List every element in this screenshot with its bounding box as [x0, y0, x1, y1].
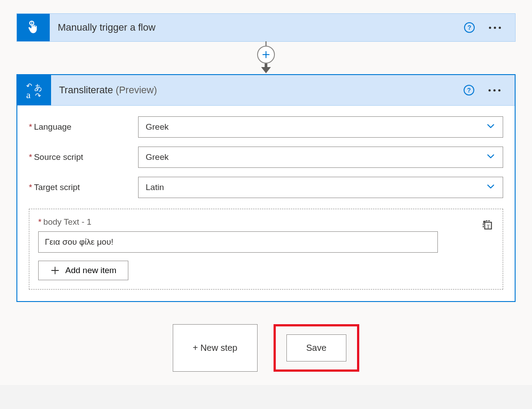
- dropdown-value: Greek: [146, 152, 169, 162]
- more-menu-icon[interactable]: [487, 87, 502, 93]
- action-title: Transliterate (Preview): [51, 84, 464, 96]
- body-text-input[interactable]: [38, 231, 438, 253]
- field-label: *Language: [29, 122, 138, 132]
- language-dropdown[interactable]: Greek: [138, 116, 503, 138]
- plus-icon: [50, 266, 60, 275]
- target-script-dropdown[interactable]: Latin: [138, 177, 503, 198]
- help-icon[interactable]: ?: [464, 22, 475, 33]
- body-text-label: *body Text - 1: [38, 217, 494, 227]
- new-step-button[interactable]: + New step: [173, 324, 258, 372]
- field-row-source-script: *Source script Greek: [29, 147, 503, 168]
- save-button-highlight: Save: [274, 324, 360, 372]
- chevron-down-icon: [486, 182, 496, 194]
- help-icon[interactable]: ?: [464, 85, 474, 95]
- svg-text:↷: ↷: [35, 92, 41, 99]
- add-step-between-button[interactable]: [257, 46, 275, 64]
- manual-trigger-icon: [17, 14, 50, 41]
- save-button[interactable]: Save: [286, 334, 347, 361]
- dropdown-value: Latin: [146, 183, 164, 192]
- action-card-transliterate: ↶ あ a ↷ Transliterate (Preview) ?: [16, 74, 516, 302]
- field-label: *Target script: [29, 183, 138, 192]
- trigger-title: Manually trigger a flow: [50, 22, 464, 33]
- body-text-group: *body Text - 1 T Add new item: [29, 209, 503, 290]
- svg-text:T: T: [487, 223, 490, 230]
- trigger-card[interactable]: Manually trigger a flow ?: [16, 13, 516, 42]
- svg-text:↶: ↶: [26, 82, 32, 90]
- chevron-down-icon: [486, 121, 496, 133]
- dynamic-content-icon[interactable]: T: [481, 219, 494, 231]
- chevron-down-icon: [486, 151, 496, 163]
- action-title-text: Transliterate: [59, 84, 113, 95]
- svg-text:a: a: [26, 89, 31, 100]
- add-new-item-button[interactable]: Add new item: [38, 261, 128, 280]
- source-script-dropdown[interactable]: Greek: [138, 147, 503, 168]
- add-item-label: Add new item: [65, 266, 116, 275]
- svg-text:あ: あ: [34, 83, 42, 92]
- more-menu-icon[interactable]: [487, 25, 503, 31]
- dropdown-value: Greek: [146, 122, 169, 132]
- field-row-target-script: *Target script Latin: [29, 177, 503, 198]
- action-title-suffix: (Preview): [116, 84, 157, 95]
- translator-icon: ↶ あ a ↷: [17, 75, 51, 105]
- step-connector: [257, 41, 275, 73]
- action-header[interactable]: ↶ あ a ↷ Transliterate (Preview) ?: [17, 75, 515, 106]
- field-row-language: *Language Greek: [29, 116, 503, 138]
- designer-footer: + New step Save: [173, 302, 359, 385]
- field-label: *Source script: [29, 152, 138, 162]
- flow-designer-canvas: Manually trigger a flow ? ↶ あ: [0, 0, 532, 385]
